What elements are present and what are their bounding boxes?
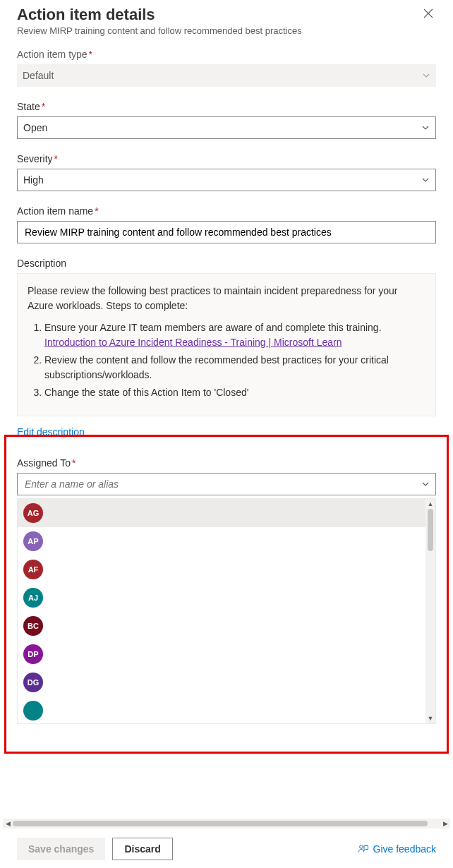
avatar: AG	[23, 503, 43, 523]
person-option[interactable]: DP	[18, 640, 425, 668]
give-feedback-link[interactable]: Give feedback	[358, 843, 437, 855]
severity-label: Severity*	[17, 153, 436, 164]
assigned-to-label: Assigned To*	[17, 457, 436, 469]
severity-value: High	[23, 174, 44, 186]
name-input-wrapper[interactable]	[17, 221, 436, 243]
scroll-left-icon[interactable]: ◀	[3, 821, 13, 827]
close-icon	[423, 8, 433, 18]
person-option[interactable]: AG	[18, 499, 425, 527]
page-title: Action item details	[17, 6, 155, 24]
avatar: BC	[23, 616, 43, 636]
type-value: Default	[23, 70, 54, 81]
scroll-thumb[interactable]	[428, 509, 433, 551]
discard-button[interactable]: Discard	[112, 838, 172, 860]
avatar: DP	[23, 644, 43, 664]
description-label: Description	[17, 258, 436, 269]
description-box: Please review the following best practic…	[17, 273, 436, 416]
description-step-1: Ensure your Azure IT team members are aw…	[44, 320, 425, 350]
training-link[interactable]: Introduction to Azure Incident Readiness…	[44, 337, 342, 348]
page-subtitle: Review MIRP training content and follow …	[17, 25, 436, 36]
avatar: AF	[23, 560, 43, 579]
svg-point-0	[359, 845, 363, 848]
chevron-down-icon	[421, 123, 430, 132]
description-step-3: Change the state of this Action Item to …	[44, 385, 425, 400]
person-option[interactable]: BC	[18, 612, 425, 640]
chevron-down-icon	[422, 71, 430, 80]
chevron-down-icon	[421, 480, 430, 488]
close-button[interactable]	[421, 6, 436, 21]
type-label: Action item type*	[17, 49, 436, 60]
avatar: AP	[23, 531, 43, 551]
person-option[interactable]: AP	[18, 527, 425, 555]
name-input[interactable]	[23, 222, 430, 243]
avatar: AJ	[23, 588, 43, 608]
edit-description-link[interactable]: Edit description	[17, 426, 85, 438]
horizontal-scrollbar[interactable]: ◀ ▶	[3, 819, 450, 828]
assigned-to-input[interactable]	[23, 478, 421, 490]
person-option[interactable]: AJ	[18, 584, 425, 612]
scroll-right-icon[interactable]: ▶	[440, 821, 450, 827]
name-label: Action item name*	[17, 205, 436, 217]
person-option[interactable]: DG	[18, 668, 425, 697]
assigned-to-dropdown: AGAPAFAJBCDPDG ▲ ▼	[17, 498, 436, 724]
scroll-down-icon[interactable]: ▼	[425, 713, 435, 723]
footer: Save changes Discard Give feedback	[0, 828, 453, 868]
state-label: State*	[17, 101, 436, 112]
description-step-2: Review the content and follow the recomm…	[44, 353, 425, 382]
save-button[interactable]: Save changes	[17, 838, 105, 860]
hscroll-thumb[interactable]	[13, 821, 428, 826]
state-select[interactable]: Open	[17, 116, 436, 139]
assigned-to-combobox[interactable]	[17, 473, 436, 495]
type-select: Default	[17, 64, 436, 87]
dropdown-scrollbar[interactable]: ▲ ▼	[425, 499, 435, 723]
state-value: Open	[23, 122, 47, 133]
severity-select[interactable]: High	[17, 169, 436, 191]
person-option[interactable]	[18, 697, 425, 723]
chevron-down-icon	[421, 176, 430, 184]
scroll-up-icon[interactable]: ▲	[425, 499, 435, 509]
person-option[interactable]: AF	[18, 555, 425, 584]
avatar	[23, 701, 43, 721]
feedback-icon	[358, 843, 369, 855]
description-intro: Please review the following best practic…	[28, 284, 425, 313]
avatar: DG	[23, 673, 43, 692]
